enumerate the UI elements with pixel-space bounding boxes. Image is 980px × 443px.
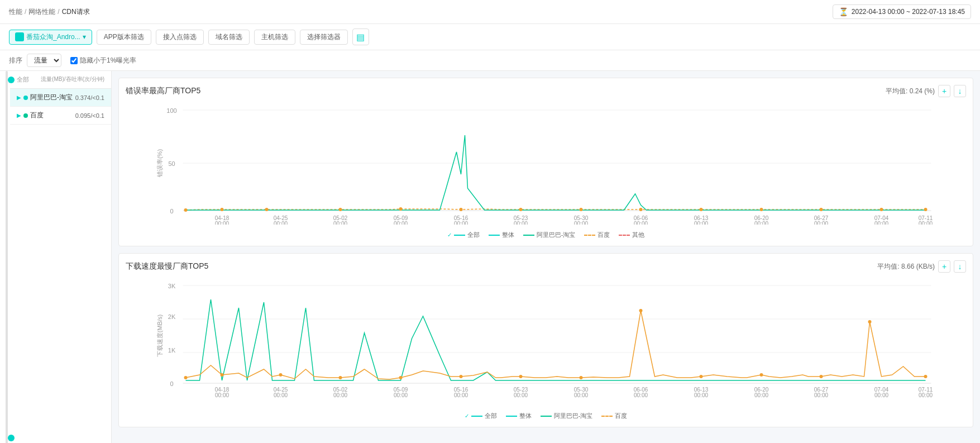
sidebar-item-alibaba-values: 0.374/<0.1 — [75, 94, 104, 101]
legend-other-label: 其他 — [632, 231, 644, 239]
legend2-overall: 整体 — [506, 412, 532, 420]
app-selector[interactable]: 番茄众淘_Andro... ▾ — [9, 30, 92, 45]
date-range-picker[interactable]: ⏳ 2022-04-13 00:00 ~ 2022-07-13 18:45 — [833, 4, 971, 19]
svg-point-37 — [399, 207, 403, 211]
breadcrumb: 性能 / 网络性能 / CDN请求 — [9, 7, 90, 17]
svg-text:00:00: 00:00 — [514, 392, 528, 398]
svg-text:00:00: 00:00 — [394, 392, 408, 398]
svg-point-36 — [339, 208, 342, 211]
svg-text:00:00: 00:00 — [394, 221, 408, 225]
svg-point-41 — [639, 208, 643, 211]
share-icon-btn[interactable]: ▤ — [352, 28, 369, 45]
bullet-icon — [23, 96, 28, 100]
breadcrumb-item-2[interactable]: 网络性能 — [28, 7, 55, 17]
app-name: 番茄众淘_Andro... — [26, 32, 80, 42]
legend2-alibaba-label: 阿里巴巴-淘宝 — [554, 412, 593, 420]
legend2-all-label: 全部 — [485, 412, 497, 420]
chart-download-speed-legend: ✓ 全部 整体 阿里巴巴-淘宝 百度 — [126, 412, 966, 420]
svg-text:00:00: 00:00 — [754, 221, 768, 225]
svg-text:3K: 3K — [168, 283, 176, 289]
svg-text:00:00: 00:00 — [874, 392, 888, 398]
filter-domain[interactable]: 域名筛选 — [208, 30, 250, 45]
legend-other: 其他 — [619, 231, 644, 239]
chart-download-speed-title: 下载速度最慢厂商TOP5 — [126, 261, 208, 271]
chart-error-rate-legend: ✓ 全部 整体 阿里巴巴-淘宝 百度 其他 — [126, 231, 966, 239]
chart-error-rate-avg: 平均值: 0.24 (%) — [886, 87, 935, 96]
legend-baidu: 百度 — [584, 231, 610, 239]
svg-point-33 — [184, 208, 188, 212]
sidebar-col2: 流量(MB)/吞吐率(次/分钟) — [41, 75, 104, 84]
svg-point-95 — [924, 375, 928, 378]
filter-selector[interactable]: 选择筛选器 — [300, 30, 348, 45]
svg-point-84 — [279, 373, 283, 377]
svg-point-91 — [700, 375, 703, 378]
legend-alibaba: 阿里巴巴-淘宝 — [523, 231, 576, 239]
filter-app-version[interactable]: APP版本筛选 — [97, 30, 151, 45]
legend-alibaba-line — [523, 235, 534, 236]
chart-download-speed-actions: 平均值: 8.66 (KB/s) + ↓ — [877, 260, 966, 273]
legend-all: ✓ 全部 — [447, 231, 480, 239]
sidebar-header: 全部 流量(MB)/吞吐率(次/分钟) — [10, 71, 111, 89]
chart-download-speed-header: 下载速度最慢厂商TOP5 平均值: 8.66 (KB/s) + ↓ — [126, 260, 966, 273]
svg-point-89 — [580, 376, 583, 379]
chart2-download-btn[interactable]: ↓ — [954, 260, 966, 273]
svg-point-86 — [399, 376, 403, 379]
chart-download-speed-avg: 平均值: 8.66 (KB/s) — [877, 262, 935, 271]
app-icon — [15, 32, 24, 41]
hide-low-exposure-checkbox[interactable] — [70, 57, 78, 64]
date-range-value: 2022-04-13 00:00 ~ 2022-07-13 18:45 — [852, 8, 965, 16]
legend2-baidu: 百度 — [601, 412, 627, 420]
svg-point-35 — [265, 208, 269, 211]
svg-text:00:00: 00:00 — [919, 392, 933, 398]
chart-error-rate-title: 错误率最高厂商TOP5 — [126, 86, 200, 96]
breadcrumb-item-3[interactable]: CDN请求 — [62, 7, 90, 17]
svg-text:00:00: 00:00 — [694, 221, 708, 225]
svg-point-38 — [460, 208, 463, 211]
svg-text:00:00: 00:00 — [874, 221, 888, 225]
chart-error-rate-container: 100 50 0 错误率(%) 04-18 00:00 04-25 — [126, 102, 966, 226]
chart-download-btn[interactable]: ↓ — [954, 85, 966, 97]
chart2-expand-btn[interactable]: + — [938, 260, 950, 273]
svg-text:00:00: 00:00 — [574, 221, 588, 225]
svg-point-82 — [184, 376, 188, 379]
chart-download-speed: 下载速度最慢厂商TOP5 平均值: 8.66 (KB/s) + ↓ 3K 2K … — [118, 253, 973, 427]
svg-point-87 — [460, 375, 463, 378]
svg-point-42 — [700, 208, 703, 211]
slider-thumb-top[interactable] — [8, 77, 15, 83]
top-bar: 性能 / 网络性能 / CDN请求 ⏳ 2022-04-13 00:00 ~ 2… — [0, 0, 980, 24]
sidebar-item-baidu-values: 0.095/<0.1 — [75, 112, 104, 119]
svg-text:00:00: 00:00 — [274, 392, 288, 398]
sort-select[interactable]: 流量 — [27, 54, 61, 67]
svg-point-40 — [580, 208, 583, 211]
chart-expand-btn[interactable]: + — [938, 85, 950, 97]
legend2-all-check-icon: ✓ — [465, 413, 469, 419]
svg-point-45 — [880, 208, 883, 211]
sidebar-col1: 全部 — [17, 75, 29, 84]
slider-thumb-bottom[interactable] — [8, 435, 15, 441]
breadcrumb-sep-1: / — [25, 8, 26, 16]
chart-error-rate-svg: 100 50 0 错误率(%) 04-18 00:00 04-25 — [126, 102, 966, 225]
sidebar-item-alibaba[interactable]: ▶ 阿里巴巴-淘宝 0.374/<0.1 — [10, 89, 111, 107]
legend2-alibaba: 阿里巴巴-淘宝 — [541, 412, 593, 420]
filter-host[interactable]: 主机筛选 — [254, 30, 295, 45]
svg-text:00:00: 00:00 — [333, 392, 347, 398]
legend2-overall-line — [506, 416, 517, 417]
sidebar-item-baidu-name: ▶ 百度 — [17, 111, 44, 120]
chevron-down-icon: ▾ — [83, 33, 86, 41]
charts-area: 错误率最高厂商TOP5 平均值: 0.24 (%) + ↓ 100 50 0 错… — [112, 71, 980, 443]
svg-text:00:00: 00:00 — [814, 221, 828, 225]
filter-access-point[interactable]: 接入点筛选 — [156, 30, 204, 45]
sort-label: 排序 — [9, 56, 22, 65]
sidebar-item-baidu[interactable]: ▶ 百度 0.095/<0.1 — [10, 107, 111, 125]
breadcrumb-sep-2: / — [58, 8, 59, 16]
svg-text:00:00: 00:00 — [694, 392, 708, 398]
legend-overall: 整体 — [489, 231, 514, 239]
hide-low-exposure[interactable]: 隐藏小于1%曝光率 — [70, 56, 136, 65]
legend-all-label: 全部 — [467, 231, 480, 239]
legend2-overall-label: 整体 — [519, 412, 532, 420]
sidebar-item-alibaba-name: ▶ 阿里巴巴-淘宝 — [17, 93, 73, 102]
legend2-all-line — [471, 416, 482, 417]
sidebar: 全部 流量(MB)/吞吐率(次/分钟) ▶ 阿里巴巴-淘宝 0.374/<0.1… — [0, 71, 112, 443]
bullet-icon-2 — [23, 113, 28, 118]
breadcrumb-item-1[interactable]: 性能 — [9, 7, 22, 17]
